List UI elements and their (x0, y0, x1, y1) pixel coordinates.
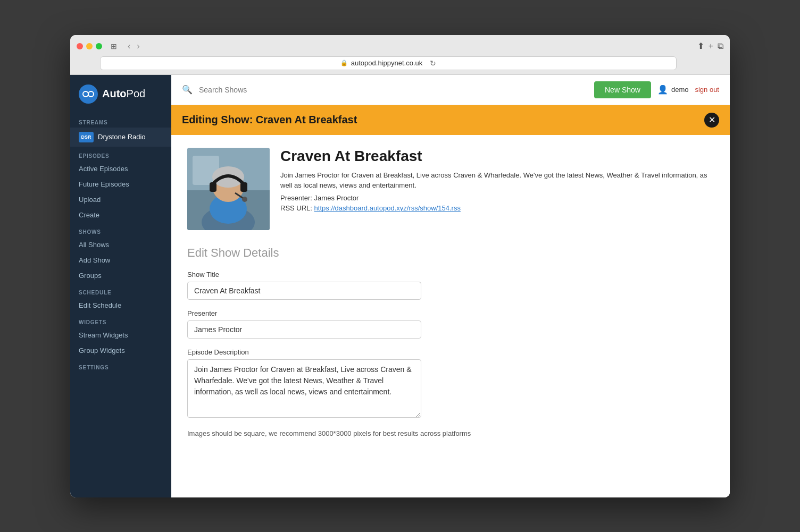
presenter-label: Presenter: (280, 194, 312, 202)
url-text: autopod.hippynet.co.uk (351, 59, 422, 67)
content-area: Craven At Breakfast Join James Proctor f… (171, 135, 730, 497)
sidebar-toggle-button[interactable]: ⊞ (107, 41, 120, 52)
presenter-input[interactable] (187, 320, 421, 339)
sidebar-item-stream-widgets[interactable]: Stream Widgets (70, 327, 171, 343)
widgets-section-label: WIDGETS (70, 313, 171, 327)
description-group: Episode Description (187, 348, 714, 420)
show-presenter-line: Presenter: James Proctor (280, 194, 714, 202)
description-label: Episode Description (187, 348, 714, 356)
sidebar-item-groups[interactable]: Groups (70, 268, 171, 283)
user-info: 👤 demo (657, 85, 689, 95)
tab-overview-icon[interactable]: ⧉ (718, 41, 723, 51)
sidebar-item-future-episodes[interactable]: Future Episodes (70, 176, 171, 192)
show-description: Join James Proctor for Craven at Breakfa… (280, 170, 714, 191)
rss-label: RSS URL: (280, 204, 312, 212)
show-header: Craven At Breakfast Join James Proctor f… (187, 148, 714, 230)
show-title-group: Show Title (187, 271, 714, 300)
logo-icon (79, 85, 98, 104)
app-logo: AutoPod (70, 75, 171, 113)
settings-section-label: SETTINGS (70, 358, 171, 373)
search-input[interactable] (199, 86, 588, 94)
show-thumbnail (187, 148, 270, 230)
presenter-name: James Proctor (314, 194, 359, 202)
edit-section-title: Edit Show Details (187, 246, 714, 260)
close-icon: ✕ (709, 115, 715, 125)
back-button[interactable]: ‹ (126, 40, 132, 52)
sidebar-item-all-shows[interactable]: All Shows (70, 237, 171, 252)
editing-bar: Editing Show: Craven At Breakfast ✕ (171, 105, 730, 135)
shows-section-label: SHOWS (70, 223, 171, 237)
streams-section-label: STREAMS (70, 113, 171, 128)
svg-rect-9 (210, 182, 216, 192)
sidebar-stream-drystone[interactable]: DSR Drystone Radio (70, 128, 171, 147)
svg-point-12 (242, 197, 247, 202)
sign-out-link[interactable]: sign out (695, 86, 719, 94)
show-title-input[interactable] (187, 282, 421, 300)
rss-url-link[interactable]: https://dashboard.autopod.xyz/rss/show/1… (314, 204, 461, 212)
traffic-lights (77, 43, 102, 49)
search-icon: 🔍 (182, 85, 193, 95)
user-icon: 👤 (657, 85, 668, 95)
image-hint: Images should be square, we recommend 30… (187, 429, 714, 437)
reload-button[interactable]: ↻ (430, 59, 436, 67)
stream-name: Drystone Radio (98, 133, 146, 141)
sidebar-item-upload[interactable]: Upload (70, 192, 171, 207)
show-title: Craven At Breakfast (280, 148, 714, 165)
schedule-section-label: SCHEDULE (70, 283, 171, 298)
presenter-label: Presenter (187, 309, 714, 317)
sidebar-item-active-episodes[interactable]: Active Episodes (70, 161, 171, 176)
show-image (187, 148, 270, 230)
sidebar-item-edit-schedule[interactable]: Edit Schedule (70, 298, 171, 313)
sidebar: AutoPod STREAMS DSR Drystone Radio EPISO… (70, 75, 171, 497)
user-name: demo (671, 86, 689, 94)
show-info: Craven At Breakfast Join James Proctor f… (280, 148, 714, 230)
sidebar-item-add-show[interactable]: Add Show (70, 252, 171, 268)
svg-point-1 (88, 91, 94, 97)
editing-bar-title: Editing Show: Craven At Breakfast (182, 114, 357, 126)
show-rss-line: RSS URL: https://dashboard.autopod.xyz/r… (280, 204, 714, 212)
forward-button[interactable]: › (135, 40, 141, 52)
svg-rect-10 (240, 182, 247, 192)
svg-point-0 (83, 91, 88, 97)
logo-text: AutoPod (102, 88, 145, 100)
episodes-section-label: EPISODES (70, 147, 171, 161)
stream-badge: DSR (79, 132, 94, 142)
sidebar-item-create[interactable]: Create (70, 207, 171, 223)
close-editing-button[interactable]: ✕ (704, 113, 719, 128)
minimize-traffic-light[interactable] (86, 43, 93, 49)
presenter-group: Presenter (187, 309, 714, 339)
browser-action-icons: ⬆ + ⧉ (697, 41, 723, 51)
maximize-traffic-light[interactable] (96, 43, 102, 49)
browser-chrome: ⊞ ‹ › ⬆ + ⧉ 🔒 autopod.hippynet.co.uk ↻ (70, 35, 730, 75)
app-header: 🔍 New Show 👤 demo sign out (171, 75, 730, 105)
description-textarea[interactable] (187, 359, 421, 418)
show-title-label: Show Title (187, 271, 714, 278)
security-icon: 🔒 (340, 60, 348, 66)
close-traffic-light[interactable] (77, 43, 83, 49)
share-icon[interactable]: ⬆ (697, 41, 704, 51)
new-show-button[interactable]: New Show (594, 81, 651, 98)
sidebar-item-group-widgets[interactable]: Group Widgets (70, 343, 171, 358)
new-tab-icon[interactable]: + (709, 41, 713, 51)
main-content: 🔍 New Show 👤 demo sign out Editing Show:… (171, 75, 730, 497)
address-bar[interactable]: 🔒 autopod.hippynet.co.uk ↻ (100, 56, 677, 70)
